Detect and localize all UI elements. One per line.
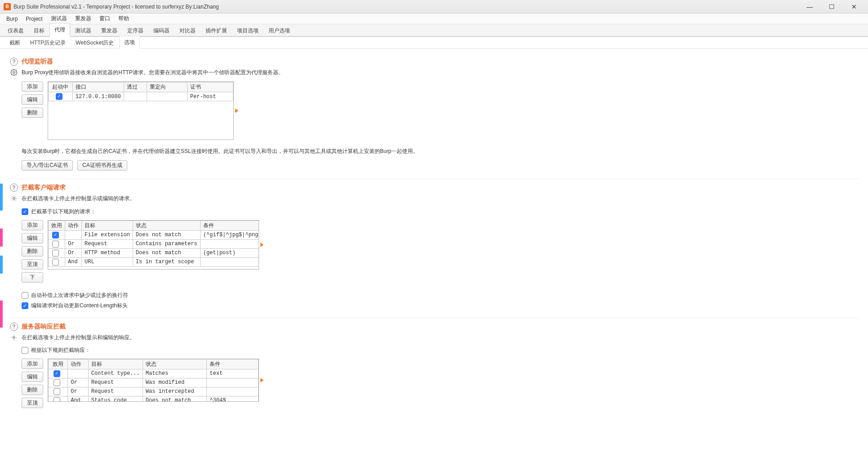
section-title: 拦截客户端请求	[22, 184, 66, 192]
col-relationship[interactable]: 状态	[133, 220, 200, 230]
edit-button[interactable]: 编辑	[22, 94, 43, 105]
tab-user-options[interactable]: 用户选项	[264, 24, 295, 37]
table-row[interactable]: Or Request Was intercepted	[49, 387, 259, 396]
table-row[interactable]: Or Request Was modified	[49, 378, 259, 387]
col-condition[interactable]: 条件	[207, 359, 259, 369]
minimize-icon[interactable]: —	[799, 3, 820, 10]
tab-repeater[interactable]: 重发器	[96, 24, 122, 37]
gear-icon[interactable]	[10, 333, 18, 342]
delete-button[interactable]: 删除	[22, 108, 43, 118]
col-match[interactable]: 目标	[82, 220, 133, 230]
subtab-ws-history[interactable]: WebSocket历史	[71, 36, 119, 49]
intercept-response-rules-label: 根据以下规则拦截响应：	[31, 346, 90, 354]
top-button[interactable]: 至顶	[22, 398, 43, 408]
tab-dashboard[interactable]: 仪表盘	[3, 24, 29, 37]
menubar: Burp Project 测试器 重发器 窗口 帮助	[0, 13, 868, 24]
tab-decoder[interactable]: 编码器	[148, 24, 174, 37]
menu-help[interactable]: 帮助	[115, 14, 133, 23]
table-row[interactable]: And Status code Does not match ^304$	[49, 396, 259, 402]
tab-intruder[interactable]: 测试器	[70, 24, 96, 37]
subtab-http-history[interactable]: HTTP历史记录	[25, 36, 71, 49]
table-row[interactable]: Or Request Contains parameters	[49, 239, 260, 248]
table-header-row: 效用 动作 目标 状态 条件	[49, 220, 260, 230]
cell-interface: 127.0.0.1:8080	[72, 92, 124, 101]
col-match[interactable]: 目标	[88, 359, 143, 369]
rule-enabled-checkbox[interactable]	[52, 259, 59, 265]
rule-enabled-checkbox[interactable]	[54, 370, 60, 377]
listeners-table[interactable]: 起动中 接口 透过 重定向 证书 127.0.0.1:8080 Per-host	[48, 82, 233, 101]
delete-button[interactable]: 删除	[22, 246, 43, 256]
rule-enabled-checkbox[interactable]	[52, 232, 59, 238]
update-content-length-checkbox[interactable]	[22, 302, 28, 309]
add-button[interactable]: 添加	[22, 359, 43, 369]
col-condition[interactable]: 条件	[200, 220, 259, 230]
add-button[interactable]: 添加	[22, 81, 43, 92]
tab-target[interactable]: 目标	[29, 24, 49, 37]
import-export-ca-button[interactable]: 导入/导出CA证书	[22, 160, 73, 171]
table-row[interactable]: 127.0.0.1:8080 Per-host	[49, 92, 233, 101]
regen-ca-button[interactable]: CA证明书再生成	[77, 160, 127, 171]
rule-enabled-checkbox[interactable]	[52, 250, 59, 256]
section-intercept-client-requests: ? 拦截客户端请求 在拦截选项卡上停止并控制显示或编辑的请求。 拦截基于以下规则…	[10, 179, 859, 318]
auto-fix-newlines-checkbox[interactable]	[22, 292, 28, 299]
delete-button[interactable]: 删除	[22, 385, 43, 395]
subtab-options[interactable]: 选项	[119, 36, 140, 49]
gear-icon[interactable]	[10, 194, 18, 202]
gear-icon[interactable]	[10, 68, 18, 76]
col-cert[interactable]: 证书	[187, 82, 233, 92]
close-icon[interactable]: ✕	[844, 3, 864, 10]
col-relationship[interactable]: 状态	[143, 359, 207, 369]
menu-intruder[interactable]: 测试器	[47, 14, 71, 23]
cell-invisible	[124, 92, 147, 101]
running-checkbox[interactable]	[56, 93, 63, 100]
col-operator[interactable]: 动作	[68, 359, 88, 369]
menu-burp[interactable]: Burp	[3, 15, 21, 23]
maximize-icon[interactable]: ☐	[822, 3, 842, 10]
options-scroll[interactable]: ? 代理监听器 Burp Proxy使用侦听器接收来自浏览器的HTTP请求。您需…	[4, 49, 868, 463]
edit-button[interactable]: 编辑	[22, 233, 43, 243]
help-icon[interactable]: ?	[10, 184, 18, 192]
top-button[interactable]: 至顶	[22, 259, 43, 270]
col-enabled[interactable]: 效用	[49, 359, 68, 369]
tab-sequencer[interactable]: 定序器	[122, 24, 148, 37]
tab-proxy[interactable]: 代理	[49, 23, 70, 37]
tab-extender[interactable]: 插件扩展	[201, 24, 232, 37]
section-desc: Burp Proxy使用侦听器接收来自浏览器的HTTP请求。您需要在浏览器中将其…	[22, 68, 284, 77]
down-button[interactable]: 下	[22, 272, 43, 283]
edit-button[interactable]: 编辑	[22, 372, 43, 382]
table-row[interactable]: And URL Is in target scope	[49, 257, 260, 266]
client-rules-table[interactable]: 效用 动作 目标 状态 条件 File extension Does not m…	[48, 220, 259, 267]
menu-window[interactable]: 窗口	[96, 14, 114, 23]
main-tabstrip: 仪表盘 目标 代理 测试器 重发器 定序器 编码器 对比器 插件扩展 项目选项 …	[0, 24, 868, 37]
menu-repeater[interactable]: 重发器	[72, 14, 95, 23]
table-row[interactable]: File extension Does not match (^gif$|^jp…	[49, 230, 260, 239]
rule-enabled-checkbox[interactable]	[54, 397, 60, 402]
col-running[interactable]: 起动中	[49, 82, 73, 92]
col-enabled[interactable]: 效用	[49, 220, 65, 230]
response-rules-table[interactable]: 效用 动作 目标 状态 条件 Content type... Matches t…	[48, 359, 259, 402]
add-button[interactable]: 添加	[22, 220, 43, 230]
resize-handle-icon[interactable]	[260, 243, 264, 247]
proxy-subtabs: 截断 HTTP历史记录 WebSocket历史 选项	[0, 37, 868, 49]
tab-comparer[interactable]: 对比器	[174, 24, 201, 37]
table-row[interactable]: Content type... Matches text	[49, 369, 259, 378]
tab-project-options[interactable]: 项目选项	[232, 24, 264, 37]
menu-project[interactable]: Project	[22, 15, 46, 23]
col-redirect[interactable]: 重定向	[147, 82, 188, 92]
rule-enabled-checkbox[interactable]	[54, 379, 60, 386]
col-invisible[interactable]: 透过	[124, 82, 147, 92]
rule-enabled-checkbox[interactable]	[52, 241, 59, 247]
subtab-intercept[interactable]: 截断	[4, 36, 25, 49]
resize-handle-icon[interactable]	[260, 378, 264, 382]
help-icon[interactable]: ?	[10, 323, 18, 331]
col-operator[interactable]: 动作	[65, 220, 82, 230]
intercept-response-rules-checkbox[interactable]	[22, 347, 28, 354]
col-interface[interactable]: 接口	[72, 82, 124, 92]
rule-enabled-checkbox[interactable]	[54, 388, 60, 395]
help-icon[interactable]: ?	[10, 58, 18, 66]
table-row[interactable]: Or HTTP method Does not match (get|post)	[49, 248, 260, 257]
intercept-rules-checkbox[interactable]	[22, 208, 28, 215]
table-header-row: 效用 动作 目标 状态 条件	[49, 359, 259, 369]
resize-handle-icon[interactable]	[235, 108, 238, 113]
section-desc: 在拦截选项卡上停止并控制显示和编辑的响应。	[22, 333, 135, 342]
